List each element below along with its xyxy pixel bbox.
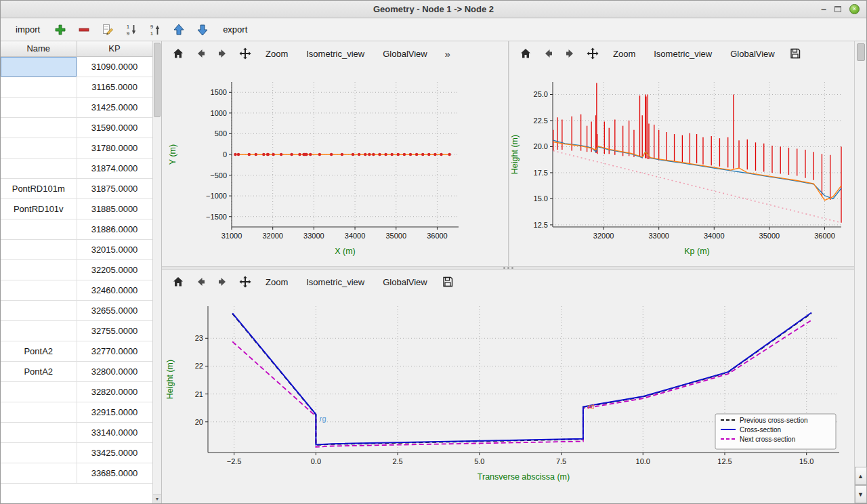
sort-ascending-button[interactable]: 9 1 [146, 21, 164, 39]
isometric-view-button[interactable]: Isometric_view [646, 44, 719, 63]
scroll-down-button[interactable]: ▼ [855, 485, 867, 503]
minimize-button[interactable]: − [821, 6, 826, 13]
cell-name[interactable]: PontRD101m [1, 178, 77, 198]
cell-name[interactable] [1, 239, 77, 259]
cell-name[interactable]: PontA2 [1, 341, 77, 361]
save-button[interactable] [786, 44, 805, 63]
titlebar[interactable]: Geometry - Node 1 -> Node 2 − × [1, 1, 866, 18]
table-row: 31165.0000 [1, 77, 152, 97]
toolbar-overflow-button[interactable]: » [438, 44, 457, 63]
forward-button[interactable] [213, 272, 232, 291]
export-button[interactable]: export [217, 23, 253, 36]
window-scrollbar-thumb[interactable] [857, 43, 865, 61]
add-row-button[interactable] [51, 21, 69, 39]
save-button[interactable] [438, 272, 457, 291]
cell-name[interactable] [1, 56, 77, 77]
cell-name[interactable]: PontRD101v [1, 198, 77, 219]
table-row: PontRD101m31875.0000 [1, 178, 152, 198]
zoom-button[interactable]: Zoom [258, 272, 295, 291]
cell-name[interactable] [1, 158, 77, 178]
table-scroll-down-button[interactable]: ▼ [153, 494, 161, 503]
cell-kp[interactable]: 31165.0000 [77, 77, 152, 97]
cell-kp[interactable]: 32015.0000 [77, 239, 152, 259]
move-up-button[interactable] [170, 21, 188, 39]
home-button[interactable] [169, 44, 188, 63]
cross-section-chart[interactable]: −2.50.02.55.07.510.012.515.020212223rgrd… [162, 294, 855, 495]
table-row: 31090.0000 [1, 56, 152, 77]
zoom-button[interactable]: Zoom [258, 44, 295, 63]
table-scrollbar-thumb[interactable] [154, 43, 161, 117]
move-down-button[interactable] [194, 21, 211, 39]
cell-kp[interactable]: 31780.0000 [77, 138, 152, 158]
home-button[interactable] [516, 44, 535, 63]
cell-kp[interactable]: 32770.0000 [77, 341, 152, 361]
pan-button[interactable] [236, 44, 255, 63]
cell-kp[interactable]: 31875.0000 [77, 178, 152, 198]
svg-text:25.0: 25.0 [534, 90, 548, 98]
profile-view-chart[interactable]: 320003300034000350003600012.515.017.520.… [509, 66, 855, 266]
global-view-button[interactable]: GlobalView [375, 44, 435, 63]
maximize-button[interactable] [834, 6, 841, 12]
zoom-button[interactable]: Zoom [606, 44, 643, 63]
cell-kp[interactable]: 32460.0000 [77, 280, 152, 300]
isometric-view-button[interactable]: Isometric_view [299, 272, 372, 291]
cell-name[interactable] [1, 402, 77, 422]
cell-kp[interactable]: 32205.0000 [77, 259, 152, 280]
cell-kp[interactable]: 32755.0000 [77, 320, 152, 341]
cell-name[interactable] [1, 422, 77, 442]
cell-name[interactable] [1, 117, 77, 138]
cell-name[interactable] [1, 280, 77, 300]
table-row: 32820.0000 [1, 381, 152, 402]
back-button[interactable] [538, 44, 557, 63]
import-button[interactable]: import [10, 23, 45, 36]
cell-kp[interactable]: 32655.0000 [77, 300, 152, 320]
cell-name[interactable] [1, 320, 77, 341]
forward-button[interactable] [213, 44, 232, 63]
cell-name[interactable] [1, 138, 77, 158]
cell-kp[interactable]: 31885.0000 [77, 198, 152, 219]
cell-name[interactable] [1, 300, 77, 320]
global-view-button[interactable]: GlobalView [375, 272, 435, 291]
plan-view-chart[interactable]: 310003200033000340003500036000−1500−1000… [162, 66, 508, 266]
minus-icon [77, 23, 91, 37]
global-view-button[interactable]: GlobalView [723, 44, 782, 63]
cell-name[interactable] [1, 77, 77, 97]
scroll-up-button[interactable]: ▲ [855, 467, 867, 485]
table-scrollbar[interactable]: ▼ [152, 41, 161, 503]
cell-kp[interactable]: 31090.0000 [77, 56, 152, 77]
pan-button[interactable] [583, 44, 602, 63]
main-content: Name KP 31090.000031165.000031425.000031… [1, 41, 866, 503]
cell-name[interactable] [1, 219, 77, 239]
cell-kp[interactable]: 32800.0000 [77, 361, 152, 381]
cell-name[interactable] [1, 463, 77, 483]
edit-button[interactable] [99, 21, 117, 39]
cell-kp[interactable]: 31874.0000 [77, 158, 152, 178]
cell-kp[interactable]: 33140.0000 [77, 422, 152, 442]
back-button[interactable] [191, 272, 210, 291]
cell-kp[interactable]: 31886.0000 [77, 219, 152, 239]
cell-name[interactable] [1, 259, 77, 280]
isometric-view-button[interactable]: Isometric_view [299, 44, 372, 63]
kp-table-area: Name KP 31090.000031165.000031425.000031… [1, 41, 152, 503]
cell-kp[interactable]: 32915.0000 [77, 402, 152, 422]
pan-button[interactable] [236, 272, 255, 291]
cell-kp[interactable]: 33425.0000 [77, 442, 152, 463]
cell-name[interactable]: PontA2 [1, 361, 77, 381]
back-button[interactable] [191, 44, 210, 63]
cell-name[interactable] [1, 381, 77, 402]
home-button[interactable] [169, 272, 188, 291]
cell-kp[interactable]: 31590.0000 [77, 117, 152, 138]
column-header-name[interactable]: Name [1, 41, 77, 56]
close-button[interactable]: × [849, 4, 860, 14]
sort-descending-button[interactable]: 1 9 [123, 21, 140, 39]
forward-button[interactable] [561, 44, 580, 63]
window-scrollbar[interactable]: ▲ ▼ [854, 41, 866, 503]
cell-name[interactable] [1, 97, 77, 117]
cell-kp[interactable]: 32820.0000 [77, 381, 152, 402]
cell-kp[interactable]: 31425.0000 [77, 97, 152, 117]
cell-name[interactable] [1, 442, 77, 463]
column-header-kp[interactable]: KP [77, 41, 152, 56]
svg-text:15.0: 15.0 [534, 194, 548, 203]
cell-kp[interactable]: 33685.0000 [77, 463, 152, 483]
remove-row-button[interactable] [75, 21, 93, 39]
